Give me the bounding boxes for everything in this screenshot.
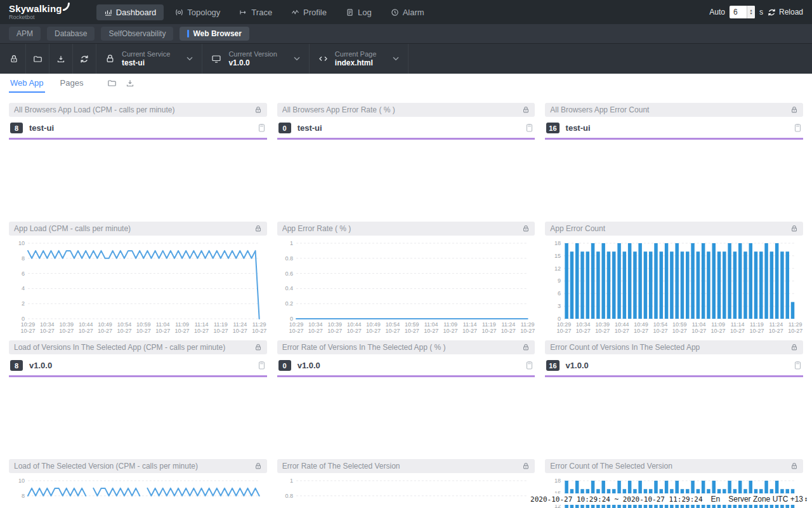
server-zone-label: Server Zone UTC +13 — [728, 495, 803, 504]
reload-icon — [768, 8, 776, 17]
selector-value: test-ui — [122, 58, 170, 67]
svg-text:10:29: 10:29 — [289, 321, 303, 328]
copy-button[interactable] — [525, 123, 534, 133]
copy-icon — [258, 361, 266, 370]
svg-text:11:29: 11:29 — [252, 321, 266, 328]
menu-item-topology[interactable]: Topology — [167, 4, 228, 20]
svg-text:10:39: 10:39 — [327, 321, 341, 328]
chevron-down-icon — [294, 57, 300, 61]
item-label: v1.0.0 — [566, 361, 589, 370]
card-body: 0 v1.0.0 — [277, 354, 535, 453]
svg-text:10-27: 10-27 — [692, 328, 707, 334]
menu-item-log[interactable]: Log — [338, 4, 379, 20]
svg-text:11:24: 11:24 — [501, 321, 515, 328]
card-body: 8 test-ui — [9, 117, 267, 215]
layer-pill-selfobservability[interactable]: SelfObservability — [101, 27, 173, 41]
card-title: Error Count of Versions In The Selected … — [550, 343, 790, 352]
current-version-selector[interactable]: Current Version v1.0.0 — [202, 44, 309, 74]
menu-item-dashboard[interactable]: Dashboard — [96, 4, 164, 20]
layer-pill-web-browser[interactable]: Web Browser — [180, 27, 249, 41]
import-template-button[interactable] — [26, 44, 49, 74]
copy-button[interactable] — [794, 123, 802, 133]
list-item[interactable]: 0 test-ui — [277, 117, 535, 140]
menu-item-trace[interactable]: Trace — [232, 4, 280, 20]
value-badge: 8 — [10, 123, 23, 133]
card-header: Error Count of The Selected Version — [545, 459, 803, 473]
layer-navbar: APM Database SelfObservability Web Brows… — [0, 24, 812, 43]
lock-button[interactable] — [3, 44, 26, 74]
time-range-picker[interactable]: 2020-10-27 10:29:24 ~ 2020-10-27 11:29:2… — [530, 495, 703, 504]
current-page-selector[interactable]: Current Page index.html — [310, 44, 409, 74]
copy-button[interactable] — [525, 361, 534, 370]
list-item[interactable]: 0 v1.0.0 — [277, 354, 535, 377]
current-service-selector[interactable]: Current Service test-ui — [96, 44, 202, 74]
layer-pill-database[interactable]: Database — [47, 27, 95, 41]
svg-text:10-27: 10-27 — [520, 328, 535, 334]
svg-text:11:14: 11:14 — [195, 321, 209, 328]
card-header: All Browsers App Error Count — [545, 103, 803, 117]
svg-text:10:54: 10:54 — [653, 321, 667, 328]
card-header: Load of Versions In The Selected App (CP… — [9, 340, 267, 354]
import-dashboard-button[interactable] — [107, 74, 117, 93]
svg-text:11:29: 11:29 — [789, 321, 802, 328]
stepper-arrows[interactable]: ▴▾ — [805, 497, 807, 502]
card-header: App Error Count — [545, 222, 803, 236]
lock-icon — [790, 462, 798, 470]
copy-button[interactable] — [258, 361, 266, 370]
svg-text:10-27: 10-27 — [59, 328, 74, 334]
tab-web-app[interactable]: Web App — [9, 74, 45, 93]
card-body: 108642010:2910-2710:3410-2710:3910-2710:… — [9, 473, 267, 508]
card-title: All Browsers App Load (CPM - calls per m… — [14, 105, 254, 114]
reload-button[interactable]: Reload — [768, 8, 803, 17]
line-chart[interactable]: 108642010:2910-2710:3410-2710:3910-2710:… — [9, 236, 267, 334]
line-chart[interactable]: 10.80.60.40.2010:2910-2710:3410-2710:391… — [277, 236, 535, 334]
svg-text:11:24: 11:24 — [769, 321, 783, 328]
refresh-templates-button[interactable] — [73, 44, 96, 74]
active-indicator-bar — [187, 30, 189, 37]
language-toggle[interactable]: En — [711, 495, 721, 504]
card-header: All Browsers App Load (CPM - calls per m… — [9, 103, 267, 117]
export-dashboard-button[interactable] — [126, 74, 134, 93]
copy-button[interactable] — [794, 361, 802, 370]
topology-icon — [175, 8, 183, 17]
svg-text:0.4: 0.4 — [285, 285, 292, 291]
svg-text:11:19: 11:19 — [482, 321, 496, 328]
card-header: All Browsers App Error Rate ( % ) — [277, 103, 535, 117]
metric-card: Error Count of Versions In The Selected … — [545, 340, 803, 453]
card-body: 108642010:2910-2710:3410-2710:3910-2710:… — [9, 236, 267, 334]
svg-text:11:14: 11:14 — [731, 321, 745, 328]
svg-text:10-27: 10-27 — [194, 328, 209, 334]
list-item[interactable]: 16 v1.0.0 — [545, 354, 803, 377]
menu-item-alarm[interactable]: Alarm — [383, 4, 432, 20]
auto-interval-input[interactable]: 6 ▴▾ — [730, 6, 755, 18]
layer-pill-apm[interactable]: APM — [9, 27, 41, 41]
svg-text:10-27: 10-27 — [20, 328, 35, 334]
svg-text:11:24: 11:24 — [233, 321, 247, 328]
menu-item-profile[interactable]: Profile — [284, 4, 334, 20]
value-badge: 0 — [278, 360, 291, 371]
list-item[interactable]: 16 test-ui — [545, 117, 803, 140]
value-badge: 16 — [546, 123, 559, 133]
svg-text:11:04: 11:04 — [156, 321, 170, 328]
export-template-button[interactable] — [49, 44, 73, 74]
bar-chart[interactable]: 181512963010:2910-2710:3410-2710:3910-27… — [545, 236, 803, 334]
item-label: v1.0.0 — [29, 361, 52, 370]
stepper-arrows[interactable]: ▴▾ — [747, 6, 755, 18]
copy-icon — [525, 361, 534, 370]
svg-text:10-27: 10-27 — [404, 328, 419, 334]
svg-text:10-27: 10-27 — [576, 328, 591, 334]
logo-title: Skywalking — [9, 4, 62, 14]
svg-text:10-27: 10-27 — [289, 328, 303, 334]
tab-pages[interactable]: Pages — [59, 74, 85, 93]
svg-text:10-27: 10-27 — [213, 328, 228, 334]
app-logo[interactable]: Skywalking Rocketbot — [9, 4, 70, 20]
svg-text:10:34: 10:34 — [40, 321, 54, 328]
copy-icon — [258, 123, 266, 133]
copy-button[interactable] — [258, 123, 266, 133]
line-chart[interactable]: 10.80.60.40.2010:2910-2710:3410-2710:391… — [277, 473, 535, 508]
svg-text:11:19: 11:19 — [214, 321, 228, 328]
list-item[interactable]: 8 test-ui — [9, 117, 267, 140]
list-item[interactable]: 8 v1.0.0 — [9, 354, 267, 377]
lock-icon — [790, 225, 798, 232]
line-chart[interactable]: 108642010:2910-2710:3410-2710:3910-2710:… — [9, 473, 267, 508]
